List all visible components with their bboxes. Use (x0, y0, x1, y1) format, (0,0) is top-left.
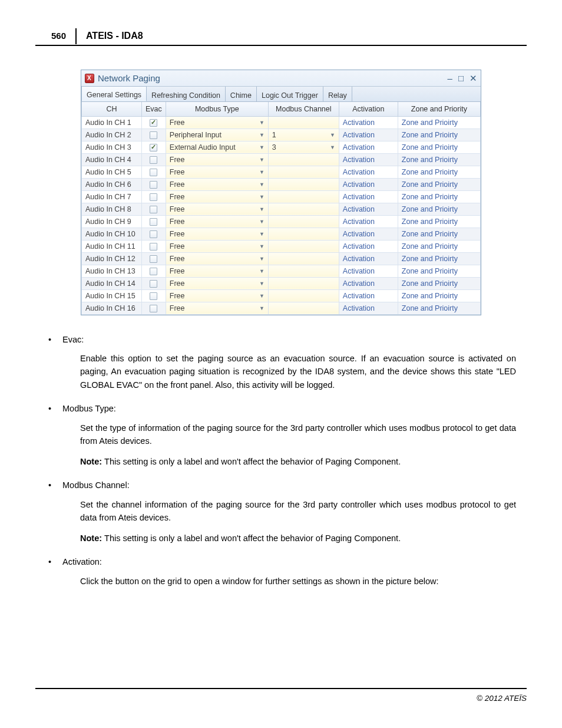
minimize-icon[interactable]: – (448, 73, 452, 84)
column-header[interactable]: Modbus Type (166, 102, 268, 116)
tab-refreshing-condition[interactable]: Refreshing Condition (147, 87, 226, 101)
modbus-channel-cell[interactable] (268, 302, 339, 314)
bullet-mark: • (46, 555, 62, 588)
modbus-channel-cell[interactable] (268, 252, 339, 265)
modbus-channel-cell[interactable] (268, 215, 339, 228)
modbus-type-cell[interactable]: Free▼ (166, 178, 268, 190)
evac-checkbox[interactable] (150, 243, 157, 251)
evac-checkbox[interactable] (150, 218, 157, 226)
zone-priority-link[interactable]: Zone and Prioirty (398, 141, 480, 153)
modbus-channel-cell[interactable] (268, 289, 339, 302)
modbus-channel-cell[interactable]: 1▼ (268, 129, 339, 141)
modbus-type-cell[interactable]: Free▼ (166, 252, 268, 265)
modbus-type-cell[interactable]: Free▼ (166, 116, 268, 129)
activation-link[interactable]: Activation (339, 129, 398, 141)
modbus-channel-cell[interactable] (268, 240, 339, 252)
activation-link[interactable]: Activation (339, 215, 398, 228)
evac-checkbox[interactable] (150, 181, 157, 189)
evac-checkbox[interactable] (150, 268, 157, 275)
maximize-icon[interactable]: □ (458, 73, 464, 84)
evac-cell (142, 190, 166, 203)
modbus-type-cell[interactable]: Free▼ (166, 203, 268, 215)
modbus-channel-cell[interactable] (268, 265, 339, 277)
zone-priority-link[interactable]: Zone and Prioirty (398, 166, 480, 178)
modbus-type-cell[interactable]: Peripheral Input▼ (166, 129, 268, 141)
evac-checkbox[interactable] (150, 206, 157, 213)
zone-priority-link[interactable]: Zone and Prioirty (398, 203, 480, 215)
evac-checkbox[interactable] (150, 255, 157, 263)
activation-link[interactable]: Activation (339, 302, 398, 314)
activation-link[interactable]: Activation (339, 228, 398, 240)
modbus-channel-cell[interactable] (268, 228, 339, 240)
modbus-channel-cell[interactable] (268, 166, 339, 178)
modbus-type-cell[interactable]: Free▼ (166, 153, 268, 166)
zone-priority-link[interactable]: Zone and Prioirty (398, 265, 480, 277)
modbus-type-cell[interactable]: Free▼ (166, 215, 268, 228)
modbus-channel-cell[interactable] (268, 203, 339, 215)
modbus-channel-cell[interactable] (268, 116, 339, 129)
evac-checkbox[interactable] (150, 144, 157, 151)
modbus-channel-cell[interactable] (268, 178, 339, 190)
evac-checkbox[interactable] (150, 305, 157, 312)
activation-link[interactable]: Activation (339, 141, 398, 153)
evac-checkbox[interactable] (150, 230, 157, 238)
modbus-channel-cell[interactable]: 3▼ (268, 141, 339, 153)
activation-link[interactable]: Activation (339, 289, 398, 302)
modbus-channel-cell[interactable] (268, 277, 339, 289)
zone-priority-link[interactable]: Zone and Prioirty (398, 289, 480, 302)
zone-priority-link[interactable]: Zone and Prioirty (398, 129, 480, 141)
modbus-type-cell[interactable]: Free▼ (166, 302, 268, 314)
column-header[interactable]: CH (82, 102, 142, 116)
modbus-type-cell[interactable]: External Audio Input▼ (166, 141, 268, 153)
modbus-type-cell[interactable]: Free▼ (166, 277, 268, 289)
zone-priority-link[interactable]: Zone and Prioirty (398, 240, 480, 252)
modbus-type-cell[interactable]: Free▼ (166, 228, 268, 240)
activation-link[interactable]: Activation (339, 153, 398, 166)
evac-checkbox[interactable] (150, 169, 157, 176)
activation-link[interactable]: Activation (339, 116, 398, 129)
activation-link[interactable]: Activation (339, 252, 398, 265)
zone-priority-link[interactable]: Zone and Prioirty (398, 215, 480, 228)
evac-checkbox[interactable] (150, 280, 157, 288)
zone-priority-link[interactable]: Zone and Prioirty (398, 190, 480, 203)
modbus-channel-cell[interactable] (268, 153, 339, 166)
zone-priority-link[interactable]: Zone and Prioirty (398, 302, 480, 314)
evac-checkbox[interactable] (150, 193, 157, 201)
activation-link[interactable]: Activation (339, 277, 398, 289)
evac-checkbox[interactable] (150, 292, 157, 300)
zone-priority-link[interactable]: Zone and Prioirty (398, 228, 480, 240)
column-header[interactable]: Modbus Channel (268, 102, 339, 116)
chevron-down-icon: ▼ (259, 293, 265, 299)
activation-link[interactable]: Activation (339, 240, 398, 252)
evac-checkbox[interactable] (150, 119, 157, 127)
evac-checkbox[interactable] (150, 156, 157, 164)
modbus-type-cell[interactable]: Free▼ (166, 265, 268, 277)
activation-link[interactable]: Activation (339, 265, 398, 277)
document-content: •Evac:Enable this option to set the pagi… (46, 333, 516, 588)
modbus-type-cell[interactable]: Free▼ (166, 190, 268, 203)
zone-priority-link[interactable]: Zone and Prioirty (398, 116, 480, 129)
evac-cell (142, 153, 166, 166)
close-icon[interactable]: ✕ (470, 73, 477, 84)
network-paging-window: Network Paging – □ ✕ General SettingsRef… (81, 70, 481, 315)
activation-link[interactable]: Activation (339, 178, 398, 190)
column-header[interactable]: Evac (142, 102, 166, 116)
modbus-type-cell[interactable]: Free▼ (166, 289, 268, 302)
evac-checkbox[interactable] (150, 131, 157, 139)
modbus-channel-cell[interactable] (268, 190, 339, 203)
column-header[interactable]: Activation (339, 102, 398, 116)
modbus-type-cell[interactable]: Free▼ (166, 166, 268, 178)
tab-relay[interactable]: Relay (323, 87, 352, 101)
modbus-type-cell[interactable]: Free▼ (166, 240, 268, 252)
activation-link[interactable]: Activation (339, 190, 398, 203)
activation-link[interactable]: Activation (339, 203, 398, 215)
tab-logic-out-trigger[interactable]: Logic Out Trigger (257, 87, 323, 101)
zone-priority-link[interactable]: Zone and Prioirty (398, 252, 480, 265)
zone-priority-link[interactable]: Zone and Prioirty (398, 153, 480, 166)
tab-general-settings[interactable]: General Settings (81, 86, 147, 101)
activation-link[interactable]: Activation (339, 166, 398, 178)
zone-priority-link[interactable]: Zone and Prioirty (398, 277, 480, 289)
zone-priority-link[interactable]: Zone and Prioirty (398, 178, 480, 190)
column-header[interactable]: Zone and Priority (398, 102, 480, 116)
tab-chime[interactable]: Chime (226, 87, 257, 101)
